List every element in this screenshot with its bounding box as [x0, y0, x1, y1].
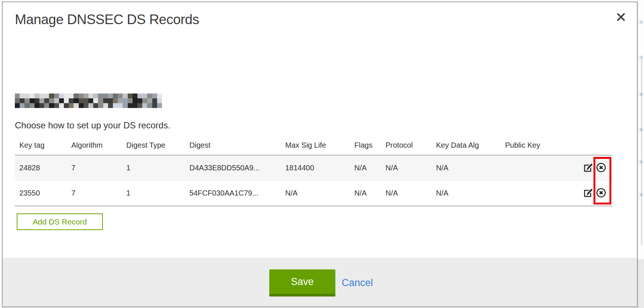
table-row: 23550 7 1 54FCF030AA1C79... N/A N/A N/A …	[15, 181, 612, 206]
cell-flags: N/A	[350, 189, 381, 197]
ds-records-table: Key tag Algorithm Digest Type Digest Max…	[15, 135, 612, 206]
cell-digest-type: 1	[122, 164, 185, 172]
setup-instruction: Choose how to set up your DS records.	[15, 120, 170, 131]
table-header-row: Key tag Algorithm Digest Type Digest Max…	[15, 135, 612, 155]
behind-page-smudge	[640, 193, 643, 196]
delete-record-button[interactable]	[596, 188, 606, 198]
close-button[interactable]	[614, 10, 628, 24]
column-header-public-key: Public Key	[501, 141, 582, 150]
behind-page-smudge	[640, 128, 643, 131]
column-header-max-sig-life: Max Sig Life	[281, 141, 350, 150]
dialog-footer: Save Cancel	[3, 258, 637, 307]
cell-flags: N/A	[350, 164, 381, 172]
cell-algorithm: 7	[67, 189, 122, 197]
behind-page-footer-gray	[638, 259, 644, 308]
behind-modal-page-sliver	[638, 0, 644, 308]
column-header-algorithm: Algorithm	[67, 141, 122, 150]
circle-x-icon	[596, 188, 606, 198]
save-button[interactable]: Save	[269, 269, 335, 296]
manage-dnssec-dialog: Manage DNSSEC DS Records Choose how to s…	[2, 1, 638, 307]
edit-record-button[interactable]	[583, 188, 593, 198]
cancel-link[interactable]: Cancel	[342, 277, 373, 289]
cell-key-tag: 24828	[15, 164, 67, 172]
delete-record-button[interactable]	[596, 163, 606, 173]
cell-protocol: N/A	[381, 189, 432, 197]
page-background: { "dialog": { "title": "Manage DNSSEC DS…	[0, 0, 644, 308]
column-header-flags: Flags	[350, 141, 381, 150]
behind-page-smudge	[640, 20, 643, 24]
cell-digest: 54FCF030AA1C79...	[185, 189, 281, 197]
close-icon	[616, 12, 626, 23]
cell-key-data-alg: N/A	[432, 189, 501, 197]
cell-key-tag: 23550	[15, 189, 67, 197]
add-ds-record-button[interactable]: Add DS Record	[17, 213, 103, 230]
cell-digest-type: 1	[122, 189, 185, 197]
column-header-key-data-alg: Key Data Alg	[432, 141, 501, 150]
cell-protocol: N/A	[381, 164, 432, 172]
circle-x-icon	[596, 163, 606, 173]
edit-icon	[583, 163, 593, 173]
cell-max-sig-life: N/A	[281, 189, 350, 197]
cell-key-data-alg: N/A	[432, 164, 501, 172]
row-actions	[582, 163, 612, 173]
table-row: 24828 7 1 D4A33E8DD550A9... 1814400 N/A …	[15, 155, 612, 181]
row-actions	[582, 188, 612, 198]
column-header-digest-type: Digest Type	[122, 141, 185, 150]
edit-icon	[583, 188, 593, 198]
behind-page-smudge	[640, 160, 643, 164]
column-header-protocol: Protocol	[381, 141, 432, 150]
cell-max-sig-life: 1814400	[281, 164, 350, 172]
cell-algorithm: 7	[67, 164, 122, 172]
edit-record-button[interactable]	[583, 163, 593, 173]
cell-digest: D4A33E8DD550A9...	[185, 164, 281, 172]
dialog-title: Manage DNSSEC DS Records	[15, 12, 199, 27]
column-header-key-tag: Key tag	[15, 141, 67, 150]
table-bottom-border	[15, 206, 612, 206]
behind-page-smudge	[640, 93, 643, 96]
domain-name-redacted	[15, 94, 162, 108]
behind-page-smudge	[640, 56, 643, 59]
behind-page-scrollbar	[641, 59, 642, 245]
column-header-digest: Digest	[185, 141, 281, 150]
